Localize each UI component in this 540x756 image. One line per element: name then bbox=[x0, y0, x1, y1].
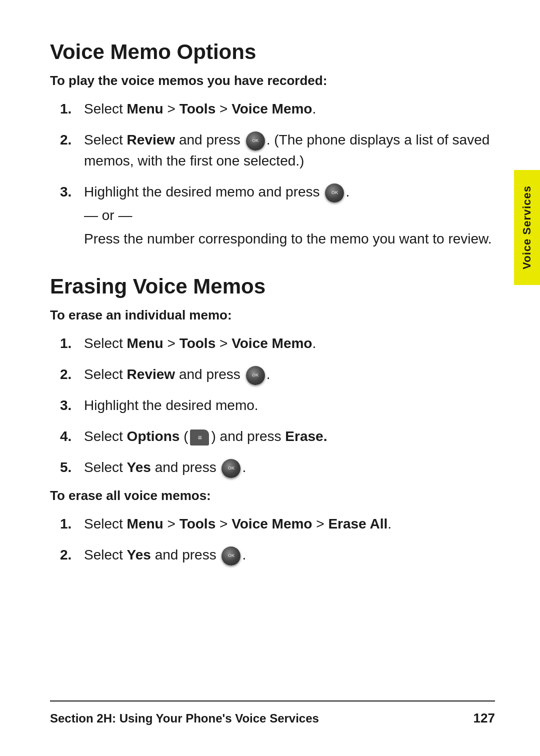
list-content: Highlight the desired memo and press . —… bbox=[84, 182, 495, 250]
list-item: 2. Select Review and press . bbox=[60, 364, 495, 385]
bold-text: Review bbox=[127, 132, 176, 148]
footer-page-number: 127 bbox=[474, 710, 495, 726]
section2-subtitle2: To erase all voice memos: bbox=[50, 488, 495, 504]
list-number: 5. bbox=[60, 457, 84, 478]
list-content: Select Review and press . (The phone dis… bbox=[84, 130, 495, 172]
ok-button-icon bbox=[222, 459, 240, 478]
list-content: Select Review and press . bbox=[84, 364, 495, 385]
bold-text: Yes bbox=[127, 547, 151, 562]
list-number: 3. bbox=[60, 182, 84, 202]
section2-subtitle1: To erase an individual memo: bbox=[50, 308, 495, 323]
list-item: 1. Select Menu > Tools > Voice Memo. bbox=[60, 333, 495, 354]
side-tab: Voice Services bbox=[514, 170, 540, 285]
ok-button-icon bbox=[246, 366, 265, 385]
bold-text: Erase. bbox=[285, 428, 327, 444]
list-item: 4. Select Options () and press Erase. bbox=[60, 426, 495, 447]
side-tab-label: Voice Services bbox=[520, 186, 534, 270]
list-content: Select Yes and press . bbox=[84, 544, 495, 566]
list-item: 5. Select Yes and press . bbox=[60, 457, 495, 478]
bold-text: Voice Memo bbox=[232, 101, 312, 116]
or-separator: — or — bbox=[84, 205, 495, 226]
section2-list1: 1. Select Menu > Tools > Voice Memo. 2. … bbox=[60, 333, 495, 478]
bold-text: Review bbox=[127, 366, 176, 382]
bold-text: Tools bbox=[180, 516, 216, 532]
section2-list2: 1. Select Menu > Tools > Voice Memo > Er… bbox=[60, 514, 495, 566]
bold-text: Menu bbox=[127, 336, 164, 351]
bold-text: Menu bbox=[127, 516, 164, 532]
ok-button-icon bbox=[325, 184, 344, 202]
bold-text: Tools bbox=[180, 336, 216, 351]
section1-heading: Voice Memo Options bbox=[50, 40, 495, 64]
list-content: Select Menu > Tools > Voice Memo > Erase… bbox=[84, 514, 495, 534]
list-number: 2. bbox=[60, 130, 84, 150]
list-number: 2. bbox=[60, 364, 84, 385]
list-number: 2. bbox=[60, 544, 84, 566]
bold-text: Voice Memo bbox=[232, 516, 312, 532]
bold-text: Tools bbox=[180, 101, 216, 116]
list-item: 1. Select Menu > Tools > Voice Memo > Er… bbox=[60, 514, 495, 534]
list-content: Select Options () and press Erase. bbox=[84, 426, 495, 447]
section2-heading: Erasing Voice Memos bbox=[50, 274, 495, 298]
page-container: Voice Services Voice Memo Options To pla… bbox=[0, 0, 540, 756]
bold-text: Voice Memo bbox=[232, 336, 312, 351]
bold-text: Erase All bbox=[328, 516, 388, 532]
list-item: 2. Select Review and press . (The phone … bbox=[60, 130, 495, 172]
list-content: Select Menu > Tools > Voice Memo. bbox=[84, 333, 495, 354]
bold-text: Yes bbox=[127, 460, 151, 475]
options-button-icon bbox=[190, 430, 209, 446]
list-content: Select Yes and press . bbox=[84, 457, 495, 478]
bold-text: Menu bbox=[127, 101, 164, 116]
list-number: 1. bbox=[60, 333, 84, 354]
page-footer: Section 2H: Using Your Phone's Voice Ser… bbox=[50, 700, 495, 726]
ok-button-icon bbox=[222, 546, 240, 566]
list-content: Highlight the desired memo. bbox=[84, 395, 495, 416]
list-number: 3. bbox=[60, 395, 84, 416]
ok-button-icon bbox=[246, 132, 265, 150]
bold-text: Options bbox=[127, 428, 180, 444]
list-number: 1. bbox=[60, 98, 84, 120]
section1-subtitle: To play the voice memos you have recorde… bbox=[50, 73, 495, 88]
list-item: 3. Highlight the desired memo. bbox=[60, 395, 495, 416]
footer-section-label: Section 2H: Using Your Phone's Voice Ser… bbox=[50, 712, 319, 726]
section1-list: 1. Select Menu > Tools > Voice Memo. 2. … bbox=[60, 98, 495, 250]
list-number: 4. bbox=[60, 426, 84, 447]
list-item: 1. Select Menu > Tools > Voice Memo. bbox=[60, 98, 495, 120]
list-item: 3. Highlight the desired memo and press … bbox=[60, 182, 495, 250]
list-content: Select Menu > Tools > Voice Memo. bbox=[84, 98, 495, 120]
list-number: 1. bbox=[60, 514, 84, 534]
list-item: 2. Select Yes and press . bbox=[60, 544, 495, 566]
